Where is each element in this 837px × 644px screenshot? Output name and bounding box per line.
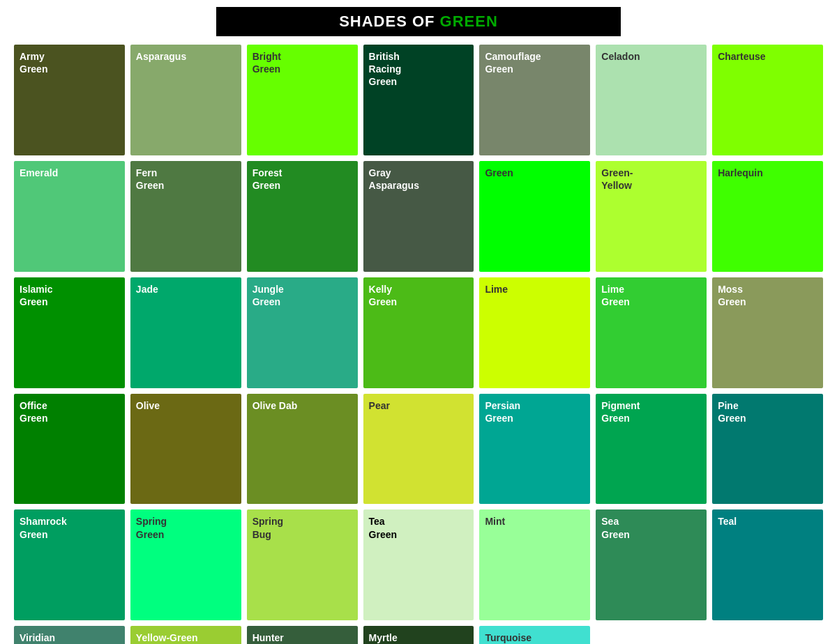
color-label: Asparagus [136,50,186,63]
color-label: TeaGreen [369,515,397,540]
color-cell: TeaGreen [363,509,474,620]
color-label: PineGreen [718,399,746,424]
color-label: CamouflageGreen [485,50,541,75]
color-cell: SpringBug [247,509,358,620]
color-cell: Turquoise [479,626,590,644]
color-cell: SpringGreen [130,509,241,620]
color-label: ArmyGreen [20,50,47,75]
color-cell: Yellow-Green [130,626,241,644]
color-label: BritishRacingGreen [369,50,402,89]
color-label: ForestGreen [252,167,282,192]
color-label: IslamicGreen [20,283,52,308]
color-label: Lime [485,283,508,296]
color-label: Green-Yellow [601,167,633,192]
color-cell: LimeGreen [596,277,707,388]
color-label: JungleGreen [252,283,284,308]
color-label: Charteuse [718,50,765,63]
color-cell: Green [479,161,590,272]
color-cell: ForestGreen [247,161,358,272]
color-label: SpringBug [252,515,283,540]
color-cell: PineGreen [712,394,823,505]
color-label: Green [485,167,513,179]
color-cell: HunterGreen [247,626,358,644]
color-cell: Emerald [14,161,125,272]
color-label: Mint [485,515,505,528]
color-label: Emerald [20,167,58,179]
color-cell: OfficeGreen [14,394,125,505]
color-cell: BritishRacingGreen [363,45,474,155]
color-label: GrayAsparagus [369,167,419,192]
color-cell: Charteuse [712,45,823,155]
color-cell: Viridian [14,626,125,644]
color-label: HunterGreen [252,631,284,644]
color-label: OfficeGreen [20,399,47,424]
color-cell: Green-Yellow [596,161,707,272]
title-highlight: GREEN [440,13,498,30]
color-label: PersianGreen [485,399,520,424]
color-label: LimeGreen [601,283,629,308]
color-cell: Pear [363,394,474,505]
color-label: SeaGreen [601,515,629,540]
color-cell: Teal [712,509,823,620]
color-cell: MossGreen [712,277,823,388]
color-label: KellyGreen [369,283,397,308]
color-cell: KellyGreen [363,277,474,388]
color-label: Yellow-Green [136,631,198,644]
color-cell: Myrtle [363,626,474,644]
color-cell: Olive [130,394,241,505]
color-grid: ArmyGreenAsparagusBrightGreenBritishRaci… [7,45,830,644]
color-label: Viridian [20,631,55,644]
color-cell: PersianGreen [479,394,590,505]
color-cell-empty [596,626,707,644]
color-cell: Asparagus [130,45,241,155]
color-cell: JungleGreen [247,277,358,388]
title-prefix: SHADES OF [339,13,439,30]
color-label: Myrtle [369,631,398,644]
color-label: Teal [718,515,737,528]
color-label: BrightGreen [252,50,281,75]
color-cell: Mint [479,509,590,620]
color-label: Pear [369,399,390,412]
color-label: Jade [136,283,158,296]
color-cell: Jade [130,277,241,388]
color-label: ShamrockGreen [20,515,67,540]
color-label: Turquoise [485,631,531,644]
color-label: Olive Dab [252,399,298,412]
color-label: Celadon [601,50,640,63]
color-cell: Olive Dab [247,394,358,505]
color-cell: Celadon [596,45,707,155]
color-cell: Harlequin [712,161,823,272]
color-label: Harlequin [718,167,763,179]
color-label: MossGreen [718,283,746,308]
color-cell: PigmentGreen [596,394,707,505]
page-title: SHADES OF GREEN [216,7,621,36]
color-label: Olive [136,399,160,412]
color-cell: ShamrockGreen [14,509,125,620]
color-cell: SeaGreen [596,509,707,620]
color-label: PigmentGreen [601,399,640,424]
color-cell-empty [712,626,823,644]
color-cell: GrayAsparagus [363,161,474,272]
color-label: SpringGreen [136,515,167,540]
color-cell: CamouflageGreen [479,45,590,155]
color-cell: ArmyGreen [14,45,125,155]
color-cell: BrightGreen [247,45,358,155]
color-cell: Lime [479,277,590,388]
color-cell: FernGreen [130,161,241,272]
color-cell: IslamicGreen [14,277,125,388]
color-label: FernGreen [136,167,164,192]
